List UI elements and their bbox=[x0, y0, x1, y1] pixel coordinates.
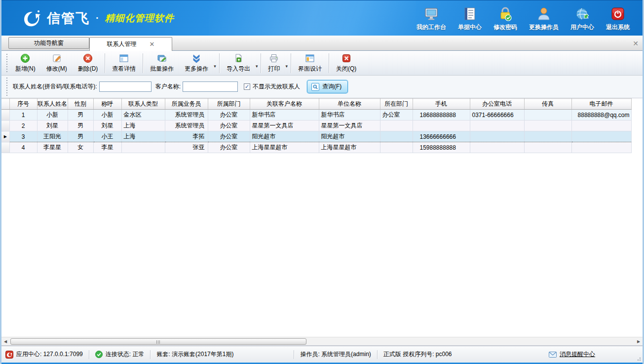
cell[interactable] bbox=[470, 142, 524, 153]
cell[interactable]: 阳光超市 bbox=[319, 131, 380, 142]
nav-document-center[interactable]: 单据中心 bbox=[452, 3, 488, 36]
cell[interactable]: 上海星星超市 bbox=[250, 142, 319, 153]
scroll-left-icon[interactable]: ◀ bbox=[1, 337, 9, 346]
nav-my-workbench[interactable]: 我的工作台 bbox=[411, 3, 452, 36]
cell[interactable]: 刘星 bbox=[37, 121, 68, 131]
cell[interactable]: 李拓 bbox=[165, 131, 208, 142]
edit-button[interactable]: 修改(M) bbox=[41, 52, 73, 75]
cell[interactable]: 金水区 bbox=[121, 110, 165, 121]
batch-operations-button[interactable]: 批量操作 bbox=[145, 52, 179, 75]
column-header[interactable]: 所属业务员 bbox=[165, 99, 208, 110]
cell[interactable]: 刘星 bbox=[93, 121, 121, 131]
print-button[interactable]: 打印 bbox=[263, 52, 285, 75]
cell[interactable]: 办公室 bbox=[380, 110, 413, 121]
add-button[interactable]: 新增(N) bbox=[10, 52, 41, 75]
column-header[interactable]: 手机 bbox=[413, 99, 470, 110]
cell[interactable]: 办公室 bbox=[208, 110, 250, 121]
cell[interactable] bbox=[524, 142, 571, 153]
table-row[interactable]: ▶3王阳光男小王上海李拓办公室阳光超市阳光超市13666666666 bbox=[1, 131, 631, 142]
row-indicator[interactable] bbox=[1, 142, 9, 153]
tab-contact-management[interactable]: 联系人管理 ✕ bbox=[89, 37, 172, 51]
column-header[interactable]: 序号 bbox=[9, 99, 37, 110]
cell[interactable]: 新华书店 bbox=[250, 110, 319, 121]
horizontal-scrollbar[interactable]: ◀ ▶ bbox=[1, 337, 643, 345]
cell[interactable]: 男 bbox=[68, 131, 93, 142]
cell[interactable] bbox=[524, 121, 571, 131]
cell[interactable]: 13666666666 bbox=[413, 131, 470, 142]
cell[interactable]: 男 bbox=[68, 110, 93, 121]
cell[interactable]: 办公室 bbox=[208, 142, 250, 153]
cell[interactable]: 18688888888 bbox=[413, 110, 470, 121]
cell[interactable] bbox=[380, 142, 413, 153]
cell[interactable]: 0371-66666666 bbox=[470, 110, 524, 121]
cell[interactable]: 系统管理员 bbox=[165, 121, 208, 131]
tab-close-icon[interactable]: ✕ bbox=[150, 41, 155, 47]
cell[interactable] bbox=[380, 121, 413, 131]
more-operations-button[interactable]: 更多操作 bbox=[179, 52, 214, 75]
cell[interactable] bbox=[470, 131, 524, 142]
message-center-link[interactable]: 消息提醒中心 bbox=[543, 350, 640, 359]
cell[interactable]: 李星星 bbox=[37, 142, 68, 153]
filterbar-drag-handle[interactable] bbox=[5, 78, 8, 96]
cell[interactable]: 张亚 bbox=[165, 142, 208, 153]
search-button[interactable]: 查询(F) bbox=[307, 80, 348, 93]
cell[interactable]: 上海 bbox=[121, 121, 165, 131]
close-button[interactable]: 关闭(Q) bbox=[331, 52, 362, 75]
column-header[interactable]: 办公室电话 bbox=[470, 99, 524, 110]
cell[interactable]: 2 bbox=[9, 121, 37, 131]
column-header[interactable]: 称呼 bbox=[93, 99, 121, 110]
row-indicator[interactable]: ▶ bbox=[1, 131, 9, 142]
scroll-right-icon[interactable]: ▶ bbox=[635, 337, 643, 346]
cell[interactable]: 男 bbox=[68, 121, 93, 131]
cell[interactable]: 小新 bbox=[93, 110, 121, 121]
nav-change-password[interactable]: 修改密码 bbox=[488, 3, 523, 36]
column-header[interactable]: 所在部门 bbox=[380, 99, 413, 110]
cell[interactable]: 小王 bbox=[93, 131, 121, 142]
cell[interactable]: 小新 bbox=[37, 110, 68, 121]
delete-button[interactable]: 删除(D) bbox=[73, 52, 104, 75]
column-header[interactable]: 电子邮件 bbox=[571, 99, 631, 110]
nav-user-center[interactable]: 用户中心 bbox=[565, 3, 600, 36]
cell[interactable]: 上海 bbox=[121, 131, 165, 142]
print-dropdown-caret[interactable]: ▾ bbox=[285, 58, 288, 69]
nav-switch-operator[interactable]: 更换操作员 bbox=[523, 3, 565, 36]
cell[interactable] bbox=[571, 131, 631, 142]
cell[interactable] bbox=[571, 121, 631, 131]
import-export-button[interactable]: 导入导出 bbox=[221, 52, 256, 75]
cell[interactable]: 办公室 bbox=[208, 131, 250, 142]
cell[interactable]: 88888888@qq.com bbox=[571, 110, 631, 121]
customer-name-input[interactable] bbox=[183, 81, 238, 92]
ui-design-button[interactable]: 界面设计 bbox=[293, 52, 327, 75]
cell[interactable]: 新华书店 bbox=[319, 110, 380, 121]
view-detail-button[interactable]: 查看详情 bbox=[107, 52, 141, 75]
cell[interactable] bbox=[524, 131, 571, 142]
column-header[interactable]: 传真 bbox=[524, 99, 571, 110]
column-header[interactable]: 关联客户名称 bbox=[250, 99, 319, 110]
cell[interactable]: 3 bbox=[9, 131, 37, 142]
cell[interactable]: 阳光超市 bbox=[250, 131, 319, 142]
column-header[interactable]: 单位名称 bbox=[319, 99, 380, 110]
cell[interactable]: 星星第一文具店 bbox=[250, 121, 319, 131]
table-row[interactable]: 4李星星女李星张亚办公室上海星星超市上海星星超市15988888888 bbox=[1, 142, 631, 153]
scrollbar-thumb[interactable] bbox=[10, 338, 306, 345]
cell[interactable]: 星星第一文具店 bbox=[319, 121, 380, 131]
row-indicator[interactable] bbox=[1, 110, 9, 121]
cell[interactable]: 15988888888 bbox=[413, 142, 470, 153]
toolbar-drag-handle[interactable] bbox=[5, 54, 8, 73]
column-header[interactable]: 性别 bbox=[68, 99, 93, 110]
checkbox-icon[interactable] bbox=[244, 83, 250, 90]
column-header[interactable]: 联系人姓名 bbox=[37, 99, 68, 110]
import-export-dropdown-caret[interactable]: ▾ bbox=[256, 58, 258, 69]
contact-name-input[interactable] bbox=[99, 81, 152, 92]
table-row[interactable]: 2刘星男刘星上海系统管理员办公室星星第一文具店星星第一文具店 bbox=[1, 121, 631, 131]
cell[interactable]: 李星 bbox=[93, 142, 121, 153]
nav-exit-system[interactable]: 退出系统 bbox=[600, 3, 636, 36]
cell[interactable] bbox=[121, 142, 165, 153]
cell[interactable]: 上海星星超市 bbox=[319, 142, 380, 153]
cell[interactable]: 4 bbox=[9, 142, 37, 153]
cell[interactable]: 系统管理员 bbox=[165, 110, 208, 121]
cell[interactable]: 办公室 bbox=[208, 121, 250, 131]
column-header[interactable]: 联系人类型 bbox=[121, 99, 165, 110]
cell[interactable] bbox=[380, 131, 413, 142]
cell[interactable]: 女 bbox=[68, 142, 93, 153]
